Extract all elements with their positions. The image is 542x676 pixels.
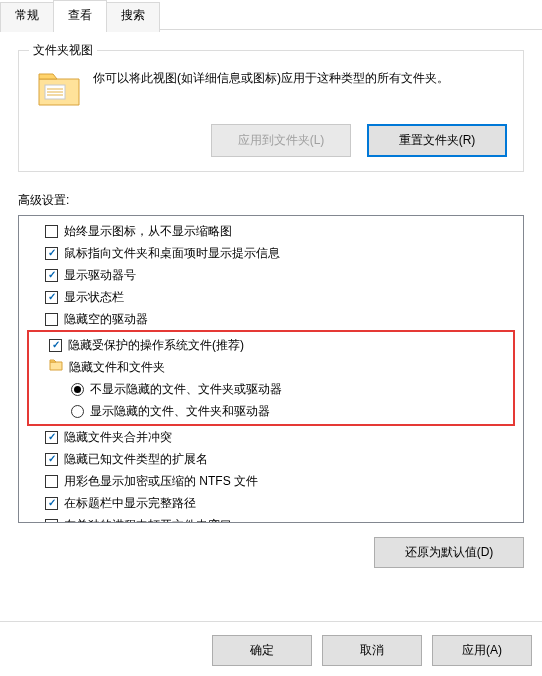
- tab-panel-view: 文件夹视图 你可以将此视图(如详细信息或图标)应用于这种类型的所有文件夹。 应用…: [0, 29, 542, 643]
- ok-button[interactable]: 确定: [212, 635, 312, 666]
- checkbox-icon[interactable]: [49, 339, 62, 352]
- folder-icon: [33, 69, 81, 110]
- tree-item-label: 显示隐藏的文件、文件夹和驱动器: [90, 402, 270, 420]
- tree-item[interactable]: 隐藏已知文件类型的扩展名: [27, 448, 523, 470]
- checkbox-icon[interactable]: [45, 247, 58, 260]
- tree-item[interactable]: 不显示隐藏的文件、文件夹或驱动器: [31, 378, 511, 400]
- tab-general[interactable]: 常规: [0, 2, 54, 32]
- checkbox-icon[interactable]: [45, 313, 58, 326]
- reset-folders-button[interactable]: 重置文件夹(R): [367, 124, 507, 157]
- checkbox-icon[interactable]: [45, 475, 58, 488]
- folder-view-desc: 你可以将此视图(如详细信息或图标)应用于这种类型的所有文件夹。: [93, 69, 509, 110]
- tree-item-label: 隐藏文件和文件夹: [69, 358, 165, 376]
- tree-item-label: 隐藏受保护的操作系统文件(推荐): [68, 336, 244, 354]
- advanced-settings-tree[interactable]: 始终显示图标，从不显示缩略图鼠标指向文件夹和桌面项时显示提示信息显示驱动器号显示…: [18, 215, 524, 523]
- tree-item-label: 始终显示图标，从不显示缩略图: [64, 222, 232, 240]
- tree-item-label: 隐藏文件夹合并冲突: [64, 428, 172, 446]
- tree-item[interactable]: 用彩色显示加密或压缩的 NTFS 文件: [27, 470, 523, 492]
- tree-item-label: 隐藏已知文件类型的扩展名: [64, 450, 208, 468]
- tree-item[interactable]: 显示状态栏: [27, 286, 523, 308]
- tree-item-label: 不显示隐藏的文件、文件夹或驱动器: [90, 380, 282, 398]
- tree-item[interactable]: 隐藏文件夹合并冲突: [27, 426, 523, 448]
- tree-item[interactable]: 隐藏受保护的操作系统文件(推荐): [31, 334, 511, 356]
- apply-button[interactable]: 应用(A): [432, 635, 532, 666]
- folder-view-group: 文件夹视图 你可以将此视图(如详细信息或图标)应用于这种类型的所有文件夹。 应用…: [18, 50, 524, 172]
- checkbox-icon[interactable]: [45, 497, 58, 510]
- cancel-button[interactable]: 取消: [322, 635, 422, 666]
- radio-icon[interactable]: [71, 383, 84, 396]
- restore-defaults-button[interactable]: 还原为默认值(D): [374, 537, 524, 568]
- checkbox-icon[interactable]: [45, 453, 58, 466]
- advanced-settings-label: 高级设置:: [18, 192, 524, 209]
- tree-item[interactable]: 鼠标指向文件夹和桌面项时显示提示信息: [27, 242, 523, 264]
- tree-item-label: 显示状态栏: [64, 288, 124, 306]
- tree-item: 隐藏文件和文件夹: [31, 356, 511, 378]
- dialog-divider: [0, 621, 542, 622]
- checkbox-icon[interactable]: [45, 291, 58, 304]
- checkbox-icon[interactable]: [45, 269, 58, 282]
- folder-icon: [49, 358, 63, 376]
- folder-view-title: 文件夹视图: [29, 42, 97, 59]
- tree-item[interactable]: 在标题栏中显示完整路径: [27, 492, 523, 514]
- tree-item-label: 鼠标指向文件夹和桌面项时显示提示信息: [64, 244, 280, 262]
- tree-item[interactable]: 在单独的进程中打开文件夹窗口: [27, 514, 523, 523]
- tree-item-label: 在单独的进程中打开文件夹窗口: [64, 516, 232, 523]
- tree-item-label: 在标题栏中显示完整路径: [64, 494, 196, 512]
- tree-item[interactable]: 隐藏空的驱动器: [27, 308, 523, 330]
- checkbox-icon[interactable]: [45, 431, 58, 444]
- tree-item-label: 隐藏空的驱动器: [64, 310, 148, 328]
- tab-search[interactable]: 搜索: [106, 2, 160, 32]
- tab-view[interactable]: 查看: [53, 0, 107, 30]
- tree-item[interactable]: 显示驱动器号: [27, 264, 523, 286]
- tree-item-label: 用彩色显示加密或压缩的 NTFS 文件: [64, 472, 258, 490]
- checkbox-icon[interactable]: [45, 225, 58, 238]
- apply-to-folders-button: 应用到文件夹(L): [211, 124, 351, 157]
- highlighted-group: 隐藏受保护的操作系统文件(推荐)隐藏文件和文件夹不显示隐藏的文件、文件夹或驱动器…: [27, 330, 515, 426]
- radio-icon[interactable]: [71, 405, 84, 418]
- tree-item[interactable]: 始终显示图标，从不显示缩略图: [27, 220, 523, 242]
- tree-item-label: 显示驱动器号: [64, 266, 136, 284]
- tree-item[interactable]: 显示隐藏的文件、文件夹和驱动器: [31, 400, 511, 422]
- checkbox-icon[interactable]: [45, 519, 58, 524]
